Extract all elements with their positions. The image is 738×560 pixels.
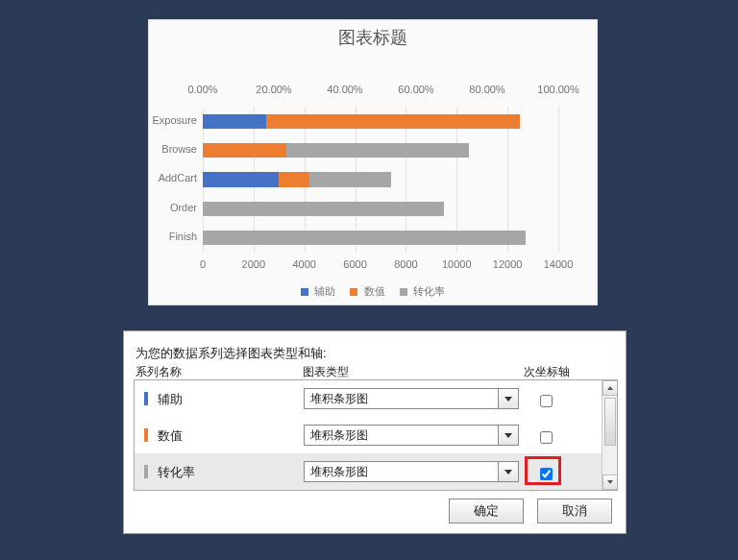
bar-row: Browse	[203, 143, 558, 158]
chart-type-dialog: 为您的数据系列选择图表类型和轴: 系列名称 图表类型 次坐标轴 辅助 堆积条形图…	[123, 330, 627, 534]
series-name: 数值	[158, 427, 183, 445]
chart-type-dropdown-button[interactable]	[498, 388, 519, 409]
legend-entry: 辅助	[301, 284, 335, 299]
x-top-tick: 0.00%	[187, 84, 217, 95]
x-bot-tick: 8000	[394, 258, 417, 270]
x-bot-tick: 0	[200, 258, 206, 270]
chart-type-select[interactable]: 堆积条形图	[304, 388, 519, 409]
column-header-secondary-axis: 次坐标轴	[524, 364, 570, 380]
series-row-selected: 转化率 堆积条形图	[135, 453, 602, 490]
bar-segment	[286, 143, 469, 158]
series-row: 数值 堆积条形图	[135, 417, 602, 453]
legend-label: 转化率	[413, 285, 445, 297]
ok-button[interactable]: 确定	[449, 499, 524, 523]
dialog-buttons: 确定 取消	[439, 499, 612, 523]
chart-type-dropdown-button[interactable]	[498, 425, 519, 446]
category-label: AddCart	[159, 172, 197, 183]
bar-segment	[203, 114, 266, 129]
series-color-swatch	[144, 465, 148, 478]
x-bot-tick: 2000	[242, 258, 265, 270]
category-label: Exposure	[153, 114, 197, 126]
x-top-tick: 40.00%	[327, 84, 362, 95]
secondary-axis-checkbox[interactable]	[540, 431, 553, 444]
bar-segment	[266, 114, 520, 129]
category-label: Finish	[169, 231, 197, 242]
plot-area: ExposureBrowseAddCartOrderFinish	[203, 107, 558, 253]
chart-panel: 图表标题 0.00% 20.00% 40.00% 60.00% 80.00% 1…	[148, 19, 598, 305]
bar-segment	[279, 172, 309, 186]
bar-segment	[203, 202, 444, 216]
x-bot-tick: 4000	[292, 258, 315, 270]
chart-type-dropdown-button[interactable]	[498, 461, 519, 482]
chart-type-select[interactable]: 堆积条形图	[304, 425, 519, 446]
scroll-thumb[interactable]	[604, 398, 616, 446]
secondary-axis-checkbox[interactable]	[540, 395, 553, 407]
series-name: 辅助	[158, 391, 183, 408]
bar-segment	[203, 172, 279, 186]
bar-row: Order	[203, 202, 558, 216]
bar-row: AddCart	[203, 172, 558, 186]
series-list: 辅助 堆积条形图 数值 堆积条形图 转化率 堆积条形图	[134, 379, 618, 491]
scroll-up-button[interactable]	[603, 380, 618, 396]
x-bot-tick: 10000	[442, 258, 472, 270]
x-axis-top: 0.00% 20.00% 40.00% 60.00% 80.00% 100.00…	[203, 84, 558, 97]
column-header-type: 图表类型	[303, 364, 349, 380]
series-color-swatch	[144, 428, 148, 442]
series-row: 辅助 堆积条形图	[135, 380, 602, 417]
legend-swatch	[350, 288, 357, 296]
x-axis-bottom: 0 2000 4000 6000 8000 10000 12000 14000	[203, 258, 558, 272]
x-top-tick: 60.00%	[398, 84, 433, 95]
chart-title: 图表标题	[149, 26, 597, 49]
bar-segment	[203, 143, 286, 158]
gridline	[558, 107, 559, 253]
x-top-tick: 100.00%	[537, 84, 578, 95]
dialog-prompt: 为您的数据系列选择图表类型和轴:	[135, 345, 327, 362]
legend-label: 数值	[364, 285, 385, 297]
bar-row: Exposure	[203, 114, 558, 129]
legend-swatch	[400, 288, 407, 296]
cancel-button[interactable]: 取消	[537, 499, 612, 523]
secondary-axis-checkbox[interactable]	[540, 468, 553, 480]
column-header-name: 系列名称	[135, 364, 182, 380]
x-top-tick: 20.00%	[256, 84, 291, 95]
legend-entry: 转化率	[400, 284, 445, 299]
bar-row: Finish	[203, 231, 558, 245]
legend-swatch	[301, 288, 308, 296]
series-color-swatch	[144, 392, 148, 405]
category-label: Browse	[161, 143, 197, 155]
vertical-scrollbar[interactable]	[602, 380, 617, 490]
x-top-tick: 80.00%	[469, 84, 504, 95]
category-label: Order	[170, 202, 197, 213]
legend-label: 辅助	[314, 285, 335, 297]
legend-entry: 数值	[350, 284, 384, 299]
x-bot-tick: 14000	[544, 258, 574, 270]
x-bot-tick: 12000	[493, 258, 523, 270]
series-name: 转化率	[158, 464, 195, 481]
x-bot-tick: 6000	[343, 258, 366, 270]
bar-segment	[203, 231, 526, 245]
chart-type-select[interactable]: 堆积条形图	[304, 461, 519, 482]
scroll-down-button[interactable]	[603, 475, 618, 490]
bar-segment	[309, 172, 391, 186]
chart-legend: 辅助 数值 转化率	[149, 284, 597, 299]
